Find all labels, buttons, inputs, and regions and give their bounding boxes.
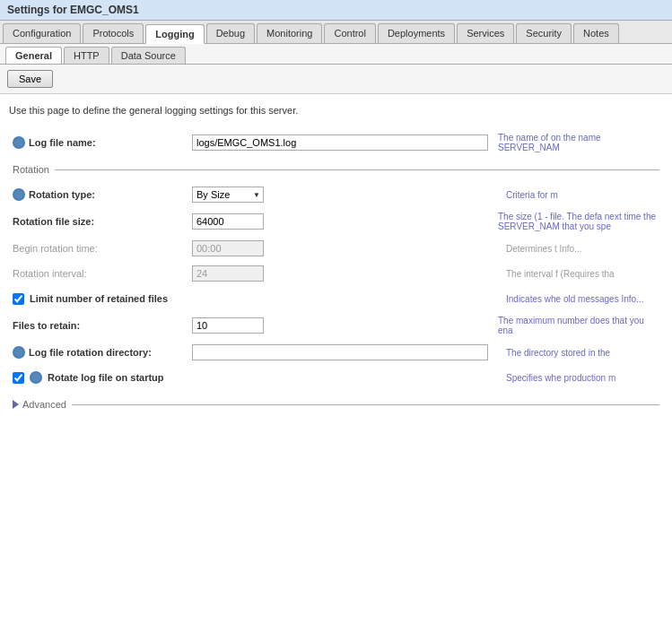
- log-file-name-input[interactable]: [192, 134, 488, 151]
- rotation-interval-control: [192, 265, 497, 282]
- rotate-on-startup-row: Rotate log file on startup Specifies whe…: [9, 365, 663, 390]
- rotation-file-size-control: [192, 213, 489, 230]
- rotation-type-help: Criteria for m: [506, 190, 558, 200]
- limit-retained-files-label: Limit number of retained files: [30, 293, 168, 304]
- advanced-divider-line: [72, 404, 659, 405]
- rotation-type-select[interactable]: By Size By Time None: [192, 187, 264, 203]
- log-rotation-directory-row: Log file rotation directory: The directo…: [9, 340, 663, 365]
- rotation-section: Rotation: [9, 162, 663, 177]
- log-file-name-label: Log file name:: [13, 136, 192, 149]
- gear-icon-log: [13, 136, 25, 149]
- toolbar: Save: [0, 65, 672, 94]
- rotation-section-title: Rotation: [13, 164, 55, 175]
- tab-services[interactable]: Services: [457, 23, 514, 43]
- window-title: Settings for EMGC_OMS1: [0, 0, 672, 21]
- rotation-type-control: By Size By Time None: [192, 187, 497, 203]
- tab-http[interactable]: HTTP: [64, 47, 109, 64]
- sub-tab-bar: General HTTP Data Source: [0, 44, 672, 65]
- rotate-on-startup-help: Specifies whe production m: [506, 373, 615, 383]
- rotation-type-label: Rotation type:: [13, 188, 192, 201]
- save-button[interactable]: Save: [7, 70, 53, 88]
- rotation-interval-help: The interval f (Requires tha: [506, 269, 615, 279]
- begin-rotation-time-help: Determines t Info...: [506, 244, 581, 254]
- rotate-on-startup-checkbox[interactable]: [13, 372, 24, 384]
- limit-retained-files-checkbox[interactable]: [13, 293, 24, 305]
- tab-security[interactable]: Security: [516, 23, 572, 43]
- tab-protocols[interactable]: Protocols: [83, 23, 144, 43]
- files-to-retain-row: Files to retain: The maximum number does…: [9, 311, 663, 340]
- log-file-name-control: [192, 134, 489, 151]
- advanced-arrow-icon: [13, 400, 19, 409]
- begin-rotation-time-label: Begin rotation time:: [13, 243, 192, 254]
- main-content: Use this page to define the general logg…: [0, 94, 672, 424]
- tab-monitoring[interactable]: Monitoring: [257, 23, 322, 43]
- log-rotation-directory-control: [192, 344, 497, 360]
- rotation-interval-row: Rotation interval: The interval f (Requi…: [9, 261, 663, 286]
- gear-icon-rotation: [13, 188, 25, 201]
- tab-deployments[interactable]: Deployments: [378, 23, 455, 43]
- advanced-section[interactable]: Advanced: [9, 397, 663, 412]
- gear-icon-startup: [30, 371, 42, 384]
- gear-icon-rotation-dir: [13, 346, 25, 359]
- top-tab-bar: Configuration Protocols Logging Debug Mo…: [0, 21, 672, 44]
- log-rotation-directory-label: Log file rotation directory:: [13, 346, 192, 359]
- rotation-interval-input[interactable]: [192, 265, 264, 282]
- log-rotation-directory-input[interactable]: [192, 344, 488, 360]
- log-file-name-help: The name of on the name SERVER_NAM: [498, 133, 659, 152]
- rotation-file-size-label: Rotation file size:: [13, 216, 192, 227]
- files-to-retain-control: [192, 317, 489, 334]
- page-description: Use this page to define the general logg…: [9, 101, 663, 119]
- log-rotation-directory-help: The directory stored in the: [506, 348, 610, 358]
- tab-debug[interactable]: Debug: [206, 23, 255, 43]
- advanced-section-title: Advanced: [13, 399, 72, 410]
- rotation-type-row: Rotation type: By Size By Time None Crit…: [9, 182, 663, 207]
- files-to-retain-label: Files to retain:: [13, 320, 192, 331]
- tab-control[interactable]: Control: [324, 23, 375, 43]
- tab-data-source[interactable]: Data Source: [111, 47, 186, 64]
- tab-logging[interactable]: Logging: [145, 24, 204, 44]
- tab-notes[interactable]: Notes: [573, 23, 619, 43]
- rotation-file-size-input[interactable]: [192, 213, 264, 230]
- rotation-file-size-row: Rotation file size: The size (1 - file. …: [9, 207, 663, 236]
- tab-configuration[interactable]: Configuration: [3, 23, 81, 43]
- files-to-retain-help: The maximum number does that you ena: [498, 316, 659, 335]
- rotation-interval-label: Rotation interval:: [13, 268, 192, 279]
- begin-rotation-time-input[interactable]: [192, 240, 264, 256]
- log-file-name-row: Log file name: The name of on the name S…: [9, 128, 663, 157]
- rotation-divider-line: [55, 169, 659, 170]
- rotation-type-select-wrapper: By Size By Time None: [192, 187, 264, 203]
- limit-retained-files-help: Indicates whe old messages Info...: [506, 294, 643, 304]
- begin-rotation-time-row: Begin rotation time: Determines t Info..…: [9, 236, 663, 261]
- begin-rotation-time-control: [192, 240, 497, 256]
- files-to-retain-input[interactable]: [192, 317, 264, 334]
- limit-retained-files-row: Limit number of retained files Indicates…: [9, 286, 663, 311]
- rotate-on-startup-label: Rotate log file on startup: [48, 372, 164, 383]
- tab-general[interactable]: General: [5, 47, 62, 64]
- rotation-file-size-help: The size (1 - file. The defa next time t…: [498, 212, 659, 231]
